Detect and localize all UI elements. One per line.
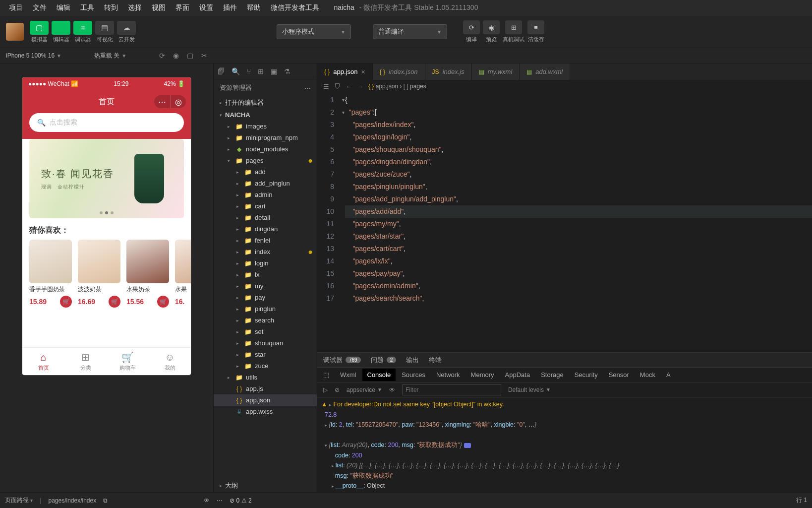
menu-item[interactable]: 视图 <box>147 1 171 14</box>
outline-section[interactable]: ▸大纲 <box>214 479 317 492</box>
devtools-tab[interactable]: AppData <box>505 371 530 379</box>
product-card[interactable]: 水果16.🛒 <box>175 240 191 308</box>
devtools-tab[interactable]: A <box>666 371 671 379</box>
avatar[interactable] <box>6 23 24 41</box>
editor-tab[interactable]: { }app.json× <box>317 64 373 80</box>
list-icon[interactable]: ☰ <box>323 83 329 90</box>
tab-item[interactable]: 🛒购物车 <box>107 348 149 375</box>
devtools-tab[interactable]: Memory <box>471 371 494 379</box>
console-output[interactable]: ▲▸For developer:Do not set same key "[ob… <box>317 397 812 492</box>
eye-status-icon[interactable]: 👁 <box>204 497 210 504</box>
bookmark-icon[interactable]: ⛉ <box>334 83 341 90</box>
devtools-tab[interactable]: Mock <box>640 371 655 379</box>
tree-node[interactable]: ▸📁pay <box>214 292 317 303</box>
tree-node[interactable]: ▸📁admin <box>214 189 317 200</box>
menu-item[interactable]: 选择 <box>123 1 147 14</box>
files-icon[interactable]: 🗐 <box>218 67 225 75</box>
device-icon[interactable]: ▢ <box>187 52 193 60</box>
debug-tab[interactable]: 终端 <box>429 356 442 365</box>
tree-node[interactable]: ▸📁search <box>214 315 317 326</box>
devtools-tab[interactable]: Sources <box>402 371 425 379</box>
block-icon[interactable]: ⊘ <box>335 386 340 393</box>
tree-node[interactable]: ▸📁add_pinglun <box>214 178 317 189</box>
tree-node[interactable]: ▾📁pages● <box>214 155 317 166</box>
device-select[interactable]: iPhone 5 100% 16 ▼ <box>6 52 61 59</box>
toolbar-button[interactable]: ⌗调试器 <box>73 21 92 43</box>
toolbar-button[interactable]: ▤可视化 <box>95 21 114 43</box>
editor-tab[interactable]: { }index.json <box>373 64 425 80</box>
tree-node[interactable]: ▸📁detail <box>214 212 317 223</box>
add-cart-icon[interactable]: 🛒 <box>109 296 120 308</box>
tree-node[interactable]: ▸📁star <box>214 349 317 360</box>
menu-item[interactable]: 微信开发者工具 <box>266 1 324 14</box>
product-card[interactable]: 水果奶茶15.56🛒 <box>126 240 169 308</box>
tree-node[interactable]: ▸📁fenlei <box>214 235 317 246</box>
product-card[interactable]: 香芋芋圆奶茶15.89🛒 <box>29 240 72 308</box>
devtools-tab[interactable]: Network <box>436 371 460 379</box>
add-cart-icon[interactable]: 🛒 <box>157 296 169 308</box>
levels-select[interactable]: Default levels ▼ <box>508 386 551 393</box>
banner[interactable]: 致·春 闻见花香 现调 金桔柠檬汁 <box>29 139 184 218</box>
context-select[interactable]: appservice ▼ <box>347 386 382 393</box>
menu-item[interactable]: 设置 <box>194 1 218 14</box>
branch-icon[interactable]: ⑂ <box>247 67 251 75</box>
more-status-icon[interactable]: ⋯ <box>217 497 223 504</box>
tree-node[interactable]: ▸📁zuce <box>214 360 317 372</box>
record-icon[interactable]: ◉ <box>173 52 179 60</box>
menu-item[interactable]: 编辑 <box>52 1 75 14</box>
action-button[interactable]: ≡清缓存 <box>527 20 544 43</box>
code-editor[interactable]: 1234567891011121314151617 ▾▾ { "pages":[… <box>317 93 812 352</box>
tree-node[interactable]: ▸📁lx <box>214 269 317 280</box>
page-path-label[interactable]: 页面路径 ▾ <box>5 496 33 505</box>
inspect-icon[interactable]: ⬚ <box>323 371 329 379</box>
tab-item[interactable]: ⊞分类 <box>64 348 107 375</box>
menu-item[interactable]: 界面 <box>171 1 194 14</box>
capsule-close-icon[interactable]: ◎ <box>170 95 186 108</box>
filter-input[interactable] <box>402 384 501 395</box>
tree-node[interactable]: ▸📁my <box>214 280 317 292</box>
product-card[interactable]: 波波奶茶16.69🛒 <box>78 240 120 308</box>
toolbar-button[interactable]: 编辑器 <box>52 21 70 43</box>
editor-tab[interactable]: JSindex.js <box>425 64 472 80</box>
grid-icon[interactable]: ⊞ <box>258 67 264 75</box>
search-panel-icon[interactable]: 🔍 <box>232 67 240 75</box>
tree-node[interactable]: ▸📁add <box>214 166 317 178</box>
open-editors-section[interactable]: ▸打开的编辑器 <box>214 96 317 109</box>
tree-node[interactable]: ▸📁index● <box>214 246 317 257</box>
mode-select[interactable]: 小程序模式▼ <box>277 24 351 39</box>
tree-node[interactable]: ▸📁miniprogram_npm <box>214 132 317 143</box>
menu-item[interactable]: 插件 <box>218 1 242 14</box>
tree-node[interactable]: { }app.json <box>214 394 317 406</box>
close-icon[interactable]: × <box>361 68 365 76</box>
toolbar-button[interactable]: ▢模拟器 <box>30 21 49 43</box>
tree-node[interactable]: ▸📁pinglun <box>214 303 317 315</box>
tree-node[interactable]: ▸📁cart <box>214 200 317 212</box>
menu-item[interactable]: 转到 <box>99 1 123 14</box>
tree-node[interactable]: #app.wxss <box>214 406 317 417</box>
refresh-icon[interactable]: ⟳ <box>159 52 165 60</box>
menu-item[interactable]: 项目 <box>4 1 28 14</box>
editor-tab[interactable]: ▤my.wxml <box>472 64 520 80</box>
devtools-tab[interactable]: Console <box>362 369 396 381</box>
tree-node[interactable]: ▸📁utils <box>214 372 317 383</box>
tree-node[interactable]: ▸◆node_modules <box>214 143 317 155</box>
search-input[interactable]: 🔍 点击搜索 <box>29 113 184 132</box>
debug-tab[interactable]: 问题2 <box>371 356 397 365</box>
tab-item[interactable]: ☺我的 <box>149 348 191 375</box>
editor-tab[interactable]: ▤add.wxml <box>520 64 570 80</box>
more-icon[interactable]: ⋯ <box>304 84 311 92</box>
back-icon[interactable]: ← <box>346 83 352 90</box>
action-button[interactable]: ⊞真机调试 <box>503 20 524 43</box>
project-section[interactable]: ▾NAICHA <box>214 109 317 121</box>
compile-select[interactable]: 普通编译▼ <box>373 24 447 39</box>
error-count[interactable]: ⊘ 0 ⚠ 2 <box>230 497 251 504</box>
tree-node[interactable]: { }app.js <box>214 383 317 394</box>
tab-item[interactable]: ⌂首页 <box>22 348 64 375</box>
tree-node[interactable]: ▸📁login <box>214 257 317 269</box>
action-button[interactable]: ⟳编译 <box>463 20 480 43</box>
play-icon[interactable]: ▷ <box>323 386 328 393</box>
copy-icon[interactable]: ⧉ <box>103 497 108 504</box>
devtools-tab[interactable]: Sensor <box>609 371 629 379</box>
phone-preview[interactable]: ●●●●● WeChat 📶 15:29 42% 🔋 首页 ⋯ ◎ 🔍 点击搜索 <box>22 77 191 375</box>
menu-item[interactable]: 帮助 <box>242 1 266 14</box>
